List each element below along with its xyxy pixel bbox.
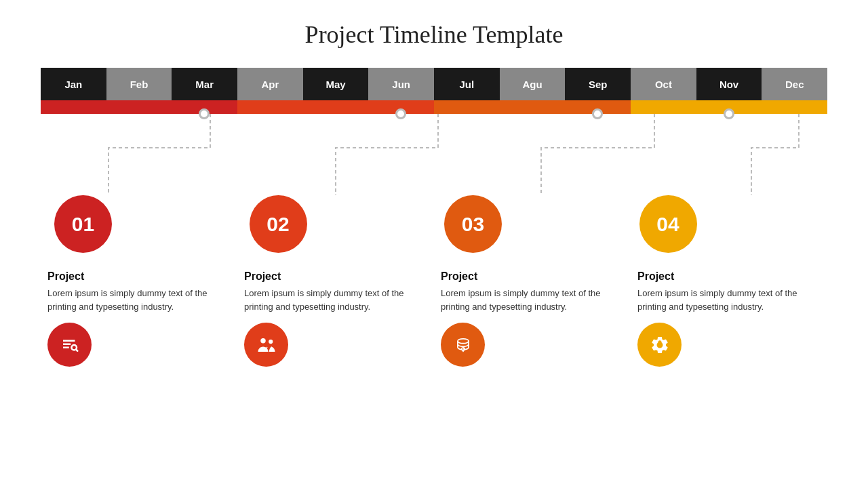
project-info-row: ProjectLorem ipsum is simply dummy text …	[41, 270, 827, 367]
month-jan: Jan	[41, 68, 106, 100]
month-bar: JanFebMarAprMayJunJulAguSepOctNovDec	[41, 68, 827, 100]
month-apr: Apr	[237, 68, 303, 100]
project-number-2: 02	[250, 195, 307, 253]
project-col-2: ProjectLorem ipsum is simply dummy text …	[237, 270, 434, 367]
project-circles-row: 01020304	[41, 195, 827, 262]
project-col-1: ProjectLorem ipsum is simply dummy text …	[41, 270, 237, 367]
month-jun: Jun	[368, 68, 434, 100]
project-desc-2: Lorem ipsum is simply dummy text of the …	[244, 287, 427, 313]
project-title-1: Project	[47, 270, 84, 283]
project-icon-4	[637, 323, 682, 367]
month-jul: Jul	[434, 68, 500, 100]
project-desc-3: Lorem ipsum is simply dummy text of the …	[441, 287, 624, 313]
month-mar: Mar	[172, 68, 237, 100]
project-title-2: Project	[244, 270, 281, 283]
color-bar	[41, 100, 827, 114]
month-may: May	[303, 68, 369, 100]
month-oct: Oct	[631, 68, 696, 100]
project-desc-4: Lorem ipsum is simply dummy text of the …	[637, 287, 821, 313]
svg-point-2	[260, 338, 266, 344]
svg-point-7	[658, 340, 661, 344]
timeline-wrapper: JanFebMarAprMayJunJulAguSepOctNovDec	[41, 68, 827, 367]
connectors-svg	[41, 114, 827, 195]
timeline-dot-2	[395, 108, 406, 119]
project-title-4: Project	[637, 270, 674, 283]
page-title: Project Timeline Template	[41, 20, 827, 49]
project-number-3: 03	[444, 195, 502, 253]
month-feb: Feb	[106, 68, 172, 100]
svg-point-4	[457, 338, 468, 343]
month-nov: Nov	[696, 68, 762, 100]
project-icon-2	[244, 323, 288, 367]
circle-col-4: 04	[633, 195, 828, 262]
connector-area	[41, 114, 827, 195]
timeline-dot-1	[199, 108, 210, 119]
project-title-3: Project	[441, 270, 477, 283]
project-desc-1: Lorem ipsum is simply dummy text of the …	[47, 287, 231, 313]
project-icon-3: $	[441, 323, 485, 367]
svg-point-3	[269, 339, 273, 343]
project-col-3: ProjectLorem ipsum is simply dummy text …	[434, 270, 631, 367]
timeline-dot-3	[592, 108, 603, 119]
circle-col-2: 02	[243, 195, 438, 262]
month-sep: Sep	[565, 68, 631, 100]
timeline-dot-4	[724, 108, 734, 119]
page: Project Timeline Template JanFebMarAprMa…	[0, 0, 868, 488]
circle-col-3: 03	[437, 195, 633, 262]
month-dec: Dec	[762, 68, 827, 100]
project-icon-1	[47, 323, 92, 367]
svg-line-1	[76, 349, 77, 350]
month-agu: Agu	[500, 68, 566, 100]
project-col-4: ProjectLorem ipsum is simply dummy text …	[631, 270, 827, 367]
circle-col-1: 01	[41, 195, 243, 262]
project-number-4: 04	[639, 195, 697, 253]
project-number-1: 01	[54, 195, 112, 253]
